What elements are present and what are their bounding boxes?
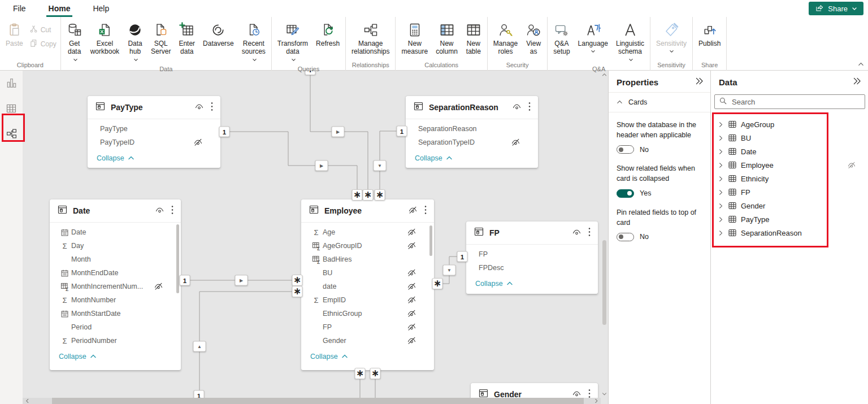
canvas-vertical-scrollbar[interactable] xyxy=(601,71,608,398)
ribbon-item-copy[interactable]: Copy xyxy=(27,38,59,50)
collapse-ribbon-icon[interactable] xyxy=(858,59,864,69)
ribbon-item-view-as[interactable]: Viewas xyxy=(522,20,545,58)
vertical-scroll-thumb[interactable] xyxy=(602,240,606,325)
field-row-period[interactable]: Period xyxy=(50,320,181,334)
ribbon-item-linguistic-schema[interactable]: Linguisticschema xyxy=(612,20,648,66)
more-options-icon[interactable] xyxy=(170,205,175,216)
sidebar-item-table-view[interactable] xyxy=(4,102,19,116)
ribbon-item-cut[interactable]: Cut xyxy=(27,24,59,36)
field-row-separationtypeid[interactable]: SeparationTypeID xyxy=(406,136,538,149)
field-row-fp[interactable]: FP xyxy=(466,247,598,261)
collapse-card-link[interactable]: Collapse xyxy=(406,149,453,162)
toggle-off[interactable] xyxy=(617,233,634,241)
card-scrollbar[interactable] xyxy=(429,225,432,256)
data-table-row-gender[interactable]: Gender xyxy=(711,199,868,212)
menu-file[interactable]: File xyxy=(12,0,27,17)
chevron-right-icon[interactable] xyxy=(718,189,724,196)
chevron-right-icon[interactable] xyxy=(718,135,724,141)
eye-icon[interactable] xyxy=(155,206,164,216)
chevron-right-icon[interactable] xyxy=(718,149,724,155)
field-row-day[interactable]: ΣDay xyxy=(50,239,181,253)
field-row-emplid[interactable]: ΣEmplID xyxy=(301,293,434,307)
collapse-pane-icon[interactable] xyxy=(695,77,704,87)
cards-section-header[interactable]: Cards xyxy=(609,93,710,112)
chevron-right-icon[interactable] xyxy=(718,121,724,128)
ribbon-item-data-hub[interactable]: Datahub xyxy=(123,20,147,66)
chevron-right-icon[interactable] xyxy=(718,176,724,182)
collapse-card-link[interactable]: Collapse xyxy=(301,347,348,360)
ribbon-item-new-column[interactable]: Newcolumn xyxy=(432,20,462,58)
field-row-paytype[interactable]: PayType xyxy=(88,122,220,136)
more-options-icon[interactable] xyxy=(587,227,592,238)
ribbon-item-excel-workbook[interactable]: Excelworkbook xyxy=(86,20,123,58)
more-options-icon[interactable] xyxy=(423,205,428,216)
field-row-fpdesc[interactable]: FPDesc xyxy=(466,261,598,275)
table-card-date[interactable]: DateDateΣDayMonthMonthEndDateΣMonthIncre… xyxy=(50,199,181,370)
filter-direction-right-icon[interactable]: ▶ xyxy=(235,275,248,286)
field-row-ethnicgroup[interactable]: EthnicGroup xyxy=(301,307,434,320)
eye-icon[interactable] xyxy=(512,102,522,112)
eye-icon[interactable] xyxy=(572,228,581,238)
table-card-separationreason[interactable]: SeparationReasonSeparationReasonSeparati… xyxy=(406,96,538,168)
chevron-right-icon[interactable] xyxy=(718,162,724,168)
cardinality-many-badge[interactable]: ∗ xyxy=(355,368,366,379)
table-card-employee[interactable]: EmployeeΣAgeΣAgeGroupIDΣBadHiresBUdateΣE… xyxy=(301,199,434,370)
field-row-monthincrementnum[interactable]: ΣMonthIncrementNum... xyxy=(50,280,181,293)
table-card-fp[interactable]: FPFPFPDescCollapse xyxy=(466,221,598,294)
cardinality-many-badge[interactable]: ∗ xyxy=(370,368,381,379)
field-row-periodnumber[interactable]: ΣPeriodNumber xyxy=(50,334,181,347)
horizontal-scroll-thumb[interactable] xyxy=(52,398,584,404)
data-table-row-date[interactable]: Date xyxy=(711,145,868,158)
scroll-down-icon[interactable] xyxy=(601,390,608,398)
ribbon-item-dataverse[interactable]: Dataverse xyxy=(199,20,238,49)
ribbon-item-transform-data[interactable]: Transformdata xyxy=(274,20,312,66)
ribbon-item-sql-server[interactable]: SQLServer xyxy=(147,20,175,58)
search-input[interactable] xyxy=(731,97,861,107)
field-row-paytypeid[interactable]: PayTypeID xyxy=(88,136,220,149)
filter-direction-down-icon[interactable]: ▼ xyxy=(443,265,456,276)
search-box[interactable] xyxy=(714,94,865,109)
field-row-date[interactable]: date xyxy=(301,280,434,293)
toggle-off[interactable] xyxy=(617,145,634,154)
ribbon-item-manage-relationships[interactable]: Managerelationships xyxy=(348,20,393,58)
cardinality-many-badge[interactable]: ∗ xyxy=(432,278,443,289)
filter-direction-right-icon[interactable]: ▶ xyxy=(315,160,328,171)
data-table-row-separationreason[interactable]: SeparationReason xyxy=(711,226,868,240)
ribbon-item-paste[interactable]: Paste xyxy=(2,20,27,49)
ribbon-item-manage-roles[interactable]: Manageroles xyxy=(489,20,522,58)
ribbon-item-q-a-setup[interactable]: Q&Asetup xyxy=(549,20,574,58)
menu-help[interactable]: Help xyxy=(92,0,110,17)
collapse-card-link[interactable]: Collapse xyxy=(88,149,134,162)
chevron-right-icon[interactable] xyxy=(718,230,724,236)
scroll-left-icon[interactable] xyxy=(23,398,32,404)
cardinality-many-badge[interactable]: ∗ xyxy=(352,189,363,201)
ribbon-item-new-measure[interactable]: Newmeasure xyxy=(397,20,432,58)
card-scrollbar[interactable] xyxy=(176,224,179,293)
chevron-right-icon[interactable] xyxy=(718,216,724,223)
field-row-age[interactable]: ΣAge xyxy=(301,225,434,239)
menu-home[interactable]: Home xyxy=(47,0,72,17)
canvas-horizontal-scrollbar[interactable] xyxy=(23,398,601,404)
field-row-monthnumber[interactable]: ΣMonthNumber xyxy=(50,293,181,307)
cardinality-one-badge[interactable]: 1 xyxy=(180,275,190,286)
ribbon-item-language[interactable]: Language xyxy=(574,20,612,58)
collapse-card-link[interactable]: Collapse xyxy=(50,347,97,360)
toggle-on[interactable] xyxy=(617,189,634,198)
cardinality-one-badge[interactable]: 1 xyxy=(457,251,468,262)
scroll-right-icon[interactable] xyxy=(592,398,601,404)
sidebar-item-model-view[interactable] xyxy=(4,127,19,142)
eye-off-icon[interactable] xyxy=(408,206,418,216)
ribbon-item-sensitivity[interactable]: Sensitivity xyxy=(652,20,691,58)
cardinality-many-badge[interactable]: ∗ xyxy=(375,189,385,201)
field-row-separationreason[interactable]: SeparationReason xyxy=(406,122,538,136)
cardinality-one-badge[interactable]: 1 xyxy=(219,127,230,137)
ribbon-item-new-table[interactable]: Newtable xyxy=(462,20,485,58)
eye-icon[interactable] xyxy=(194,102,204,112)
field-row-month[interactable]: Month xyxy=(50,253,181,266)
data-table-row-ethnicity[interactable]: Ethnicity xyxy=(711,172,868,185)
ribbon-item-get-data[interactable]: Getdata xyxy=(63,20,86,66)
field-row-gender[interactable]: Gender xyxy=(301,334,434,347)
filter-direction-up-icon[interactable]: ▲ xyxy=(193,341,206,352)
data-table-row-agegroup[interactable]: AgeGroup xyxy=(711,118,868,131)
filter-direction-down-icon[interactable]: ▼ xyxy=(374,160,387,171)
